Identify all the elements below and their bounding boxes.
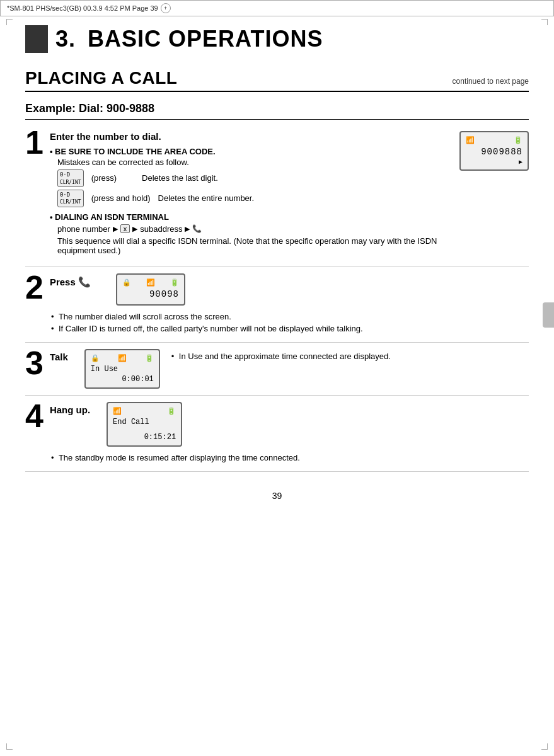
step-1-number: 1: [25, 126, 43, 159]
step-4-inner: Hang up. 📶 🔋 End Call 0:15:21: [50, 402, 529, 447]
press-action: (press): [91, 173, 117, 183]
step-2-number: 2: [25, 271, 43, 304]
step-3-label-area: Talk: [50, 349, 68, 367]
step-4: 4 Hang up. 📶 🔋 End Call 0:15:21: [25, 396, 529, 472]
screen-3-battery: 🔋: [145, 354, 154, 362]
step-2-notes: The number dialed will scroll across the…: [50, 312, 529, 336]
screen-4-signal: 📶: [113, 407, 122, 415]
step-3-inner: Talk 🔒 📶 🔋 In Use 0:00:01 In Use and the…: [50, 349, 529, 389]
screen-1-number: 9009888: [466, 147, 522, 157]
screen-4-top: 📶 🔋: [113, 407, 176, 415]
corner-mark-tr: [541, 19, 548, 25]
bullet-isdn-title: • DIALING AN ISDN TERMINAL: [50, 212, 447, 222]
press-sub-item: 0·D CLR/INT (press) Deletes the last dig…: [57, 169, 447, 187]
screen-2-signal: 📶: [146, 278, 155, 287]
corner-mark-bl: [6, 743, 13, 750]
press-desc: Deletes the last digit.: [142, 173, 218, 183]
chapter-title: 3. BASIC OPERATIONS: [55, 26, 323, 52]
step-4-note-1: The standby mode is resumed after displa…: [50, 453, 529, 462]
header-circle: +: [161, 3, 171, 13]
x-separator: x: [120, 224, 130, 233]
step-1-flex: Enter the number to dial. • BE SURE TO I…: [50, 131, 529, 260]
step-3-flex: 3 Talk 🔒 📶 🔋 In Use 0:00:01 In Use and t…: [25, 349, 529, 389]
step-4-number: 4: [25, 399, 43, 432]
chapter-header: 3. BASIC OPERATIONS: [25, 25, 529, 53]
phone-screen-2: 🔒 📶 🔋 90098: [116, 273, 185, 306]
screen-1-signal: 📶: [466, 136, 475, 144]
arrow-2: ▶: [132, 225, 137, 233]
screen-3-text: In Use: [91, 365, 154, 374]
screen-2-battery: 🔋: [170, 278, 179, 287]
screen-2-lock: 🔒: [122, 278, 131, 287]
screen-2-number: 90098: [122, 289, 179, 299]
step-3: 3 Talk 🔒 📶 🔋 In Use 0:00:01 In Use and t…: [25, 343, 529, 396]
page-number: 39: [25, 491, 529, 513]
bullet-isdn: • DIALING AN ISDN TERMINAL phone number …: [50, 212, 447, 255]
header-bar: *SM-801 PHS/sec3(GB) 00.3.9 4:52 PM Page…: [0, 0, 554, 16]
screen-3-signal: 📶: [118, 354, 127, 362]
step-4-flex: 4 Hang up. 📶 🔋 End Call 0:15:21: [25, 402, 529, 465]
mistakes-text: Mistakes can be corrected as follow.: [57, 158, 447, 167]
arrow-3: ▶: [185, 225, 190, 233]
isdn-line: phone number ▶ x ▶ subaddress ▶ 📞: [57, 224, 447, 234]
corner-mark-br: [541, 743, 548, 750]
phone-end-icon: 📞: [192, 224, 202, 233]
step-2-label-area: Press 📞: [50, 273, 91, 288]
step-2: 2 Press 📞 🔒 📶 🔋 90098: [25, 267, 529, 343]
section-header: PLACING A CALL continued to next page: [25, 68, 529, 92]
press-hold-action: (press and hold): [91, 193, 151, 203]
screen-4-text: End Call: [113, 418, 176, 427]
arrow-1: ▶: [113, 225, 118, 233]
bullet-area-code-title: • BE SURE TO INCLUDE THE AREA CODE.: [50, 147, 447, 156]
chapter-box: [25, 25, 48, 53]
step-2-press-icon: 📞: [78, 277, 91, 287]
isdn-subaddress: subaddress: [140, 224, 182, 234]
screen-3-time: 0:00:01: [91, 375, 154, 384]
screen-1-top: 📶 🔋: [466, 136, 522, 144]
step-3-label: Talk: [50, 352, 68, 362]
step-2-note-1: The number dialed will scroll across the…: [50, 312, 529, 321]
header-text: *SM-801 PHS/sec3(GB) 00.3.9 4:52 PM Page…: [7, 4, 158, 12]
corner-mark-tl: [6, 19, 13, 25]
step-1-text: Enter the number to dial. • BE SURE TO I…: [50, 131, 447, 260]
step-2-label: Press: [50, 277, 78, 287]
screen-3-top: 🔒 📶 🔋: [91, 354, 154, 362]
screen-1-cursor: ▶: [466, 158, 522, 166]
step-4-label-area: Hang up.: [50, 402, 90, 420]
isdn-desc-text: This sequence will dial a specific ISDN …: [57, 236, 447, 255]
example-header: Example: Dial: 900-9888: [25, 102, 529, 120]
right-tab-mark: [543, 302, 554, 328]
step-3-number: 3: [25, 346, 43, 379]
step-2-inner: Press 📞 🔒 📶 🔋 90098: [50, 273, 529, 306]
step-2-wrapper: Press 📞 🔒 📶 🔋 90098 The number dialed wi…: [50, 273, 529, 336]
step-1-label: Enter the number to dial.: [50, 131, 447, 142]
step-2-note-2: If Caller ID is turned off, the called p…: [50, 324, 529, 333]
clr-button-hold: 0·D CLR/INT: [57, 190, 84, 207]
phone-screen-3: 🔒 📶 🔋 In Use 0:00:01: [84, 349, 160, 389]
screen-4-battery: 🔋: [167, 407, 176, 415]
phone-screen-1: 📶 🔋 9009888 ▶: [459, 131, 529, 171]
clr-button-press: 0·D CLR/INT: [57, 169, 84, 187]
screen-1-battery: 🔋: [514, 136, 522, 144]
phone-screen-4: 📶 🔋 End Call 0:15:21: [107, 402, 182, 447]
screen-4-time: 0:15:21: [113, 433, 176, 442]
step-4-notes: The standby mode is resumed after displa…: [50, 453, 529, 465]
continued-text: continued to next page: [453, 77, 529, 86]
step-4-label: Hang up.: [50, 404, 90, 415]
step-3-note-1: In Use and the approximate time connecte…: [170, 352, 529, 361]
step-1-screen: 📶 🔋 9009888 ▶: [459, 131, 529, 171]
press-hold-sub-item: 0·D CLR/INT (press and hold) Deletes the…: [57, 190, 447, 207]
step-2-flex: 2 Press 📞 🔒 📶 🔋 90098: [25, 273, 529, 336]
step-4-wrapper: Hang up. 📶 🔋 End Call 0:15:21 The standb…: [50, 402, 529, 465]
step-1: 1 Enter the number to dial. • BE SURE TO…: [25, 129, 529, 267]
screen-3-lock: 🔒: [91, 354, 100, 362]
step-1-content: Enter the number to dial. • BE SURE TO I…: [50, 129, 529, 260]
main-content: 3. BASIC OPERATIONS PLACING A CALL conti…: [25, 25, 529, 513]
screen-4-spacer: [113, 428, 176, 433]
screen-2-top: 🔒 📶 🔋: [122, 278, 179, 287]
press-hold-desc: Deletes the entire number.: [158, 193, 254, 203]
step-3-notes: In Use and the approximate time connecte…: [170, 352, 529, 364]
isdn-phone-label: phone number: [57, 224, 110, 234]
section-title: PLACING A CALL: [25, 68, 177, 88]
bullet-area-code: • BE SURE TO INCLUDE THE AREA CODE. Mist…: [50, 147, 447, 207]
